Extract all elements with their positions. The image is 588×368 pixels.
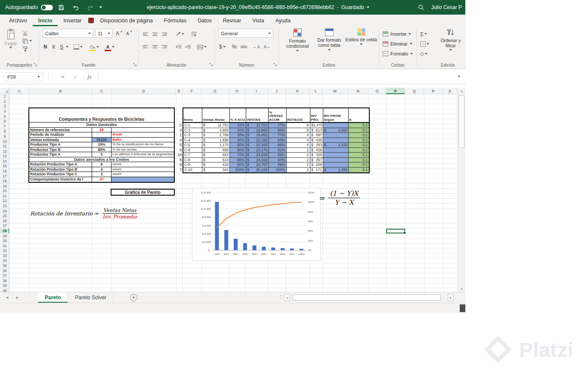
font-color-button[interactable]: A bbox=[105, 43, 115, 51]
row-header-19[interactable]: 19 bbox=[0, 184, 9, 189]
number-dialog-launcher[interactable] bbox=[273, 62, 277, 67]
increase-font-button[interactable]: A▲ bbox=[116, 29, 123, 38]
scroll-up-icon[interactable]: ▲ bbox=[458, 88, 465, 94]
row-header-20[interactable]: 20 bbox=[0, 189, 9, 194]
column-header-C[interactable]: C bbox=[92, 88, 111, 94]
row-header-1[interactable]: 1 bbox=[0, 94, 9, 99]
cell[interactable]: 10% bbox=[230, 123, 246, 128]
cell[interactable]: 8 bbox=[287, 128, 310, 133]
cell[interactable]: $425 bbox=[310, 138, 323, 143]
copy-button[interactable] bbox=[22, 37, 32, 44]
row-header-10[interactable]: 10 bbox=[0, 139, 9, 144]
cell[interactable]: 60% bbox=[230, 148, 246, 153]
row-header-12[interactable]: 12 bbox=[0, 149, 9, 154]
cell[interactable]: $514 bbox=[202, 158, 230, 163]
row-desc[interactable]: Los últimos 5 articulos de la segmentaci… bbox=[111, 152, 174, 157]
row-header-22[interactable]: 22 bbox=[0, 199, 9, 204]
alignment-dialog-launcher[interactable] bbox=[209, 62, 213, 67]
row-header-11[interactable]: 11 bbox=[0, 144, 9, 149]
ribbon-tab-insertar[interactable]: Insertar bbox=[58, 15, 87, 26]
pareto-chart[interactable]: $ -$ 2,000$ 4,000$ 6,000$ 8,000$ 10,000$… bbox=[192, 188, 321, 261]
row-header-18[interactable]: 18 bbox=[0, 179, 9, 184]
cell[interactable]: $19,451 bbox=[246, 133, 269, 138]
autosum-button[interactable]: Σ bbox=[420, 30, 427, 38]
row-value[interactable]: 8 bbox=[92, 162, 111, 167]
row-header-36[interactable]: 36 bbox=[0, 268, 9, 273]
column-header-O[interactable]: O bbox=[368, 88, 386, 94]
row-header-30[interactable]: 30 bbox=[0, 239, 9, 244]
increase-indent-button[interactable] bbox=[185, 43, 191, 51]
cell[interactable]: 40% bbox=[230, 138, 246, 143]
row-value[interactable]: 25100 bbox=[92, 138, 111, 142]
general-data-table[interactable]: Componentes y Respuestos de BicicletasDa… bbox=[28, 107, 175, 183]
row-desc[interactable] bbox=[111, 177, 174, 182]
cell[interactable]: 0.1 bbox=[349, 163, 369, 167]
user-name[interactable]: Julio Cesar P bbox=[431, 4, 462, 10]
clipboard-dialog-launcher[interactable] bbox=[33, 62, 37, 67]
horizontal-scroll-thumb[interactable] bbox=[293, 294, 441, 301]
percent-style-button[interactable]: % bbox=[232, 43, 237, 51]
row-header-13[interactable]: 13 bbox=[0, 154, 9, 159]
row-label[interactable]: Número de referencias bbox=[29, 128, 92, 132]
cell[interactable]: 66% bbox=[269, 128, 287, 133]
column-header-R[interactable]: R bbox=[424, 88, 443, 94]
cell[interactable]: $11,753 bbox=[202, 123, 230, 128]
row-value[interactable]: 4 bbox=[92, 167, 111, 172]
cell[interactable]: 8 bbox=[287, 123, 310, 128]
cell[interactable]: $23,828 bbox=[246, 153, 269, 157]
row-value[interactable]: 5 bbox=[92, 152, 111, 157]
cell[interactable]: 0.1 bbox=[349, 168, 369, 173]
row-header-21[interactable]: 21 bbox=[0, 194, 9, 199]
hscroll-right-icon[interactable]: ► bbox=[448, 294, 454, 301]
row-desc[interactable]: $/año bbox=[111, 138, 174, 142]
redo-button[interactable] bbox=[84, 0, 97, 15]
cell[interactable]: $2,083 bbox=[323, 128, 349, 133]
cell[interactable]: 4 bbox=[287, 133, 310, 138]
cell[interactable]: 2 bbox=[287, 158, 310, 163]
column-header-A[interactable]: A bbox=[9, 88, 29, 94]
row-header-34[interactable]: 34 bbox=[0, 258, 9, 264]
cell[interactable]: $613 bbox=[310, 128, 323, 133]
ribbon-tab-inicio[interactable]: Inicio bbox=[33, 15, 58, 26]
cell[interactable]: 0.1 bbox=[349, 153, 369, 157]
cell[interactable]: 100% bbox=[269, 168, 287, 173]
cell[interactable]: $11,753 bbox=[246, 123, 269, 128]
row-desc[interactable]: % De la clasificación de los Items bbox=[111, 142, 174, 147]
cell[interactable]: C-2 bbox=[183, 128, 202, 133]
cell[interactable]: $1,170 bbox=[202, 143, 230, 147]
cell[interactable]: 80% bbox=[230, 158, 246, 163]
scroll-down-icon[interactable]: ▼ bbox=[458, 286, 465, 292]
cell[interactable]: $293 bbox=[310, 143, 323, 147]
row-header-32[interactable]: 32 bbox=[0, 248, 9, 254]
pareto-table[interactable]: ItemsVentas Histor% X ACUVENTAS% VENTAS … bbox=[183, 107, 370, 173]
ribbon-tab-vista[interactable]: Vista bbox=[247, 15, 270, 26]
decrease-indent-button[interactable] bbox=[176, 43, 181, 51]
ribbon-tab-ayuda[interactable]: Ayuda bbox=[270, 15, 296, 26]
ribbon-tab-revisar[interactable]: Revisar bbox=[217, 15, 247, 26]
row-desc[interactable]: veces bbox=[111, 167, 174, 172]
cell[interactable]: $2,789 bbox=[202, 133, 230, 138]
row-header-8[interactable]: 8 bbox=[0, 129, 9, 134]
row-label[interactable]: Periodo de Análisis bbox=[29, 132, 92, 137]
selected-cell-P28[interactable] bbox=[386, 229, 405, 234]
row-header-33[interactable]: 33 bbox=[0, 254, 9, 259]
row-desc[interactable] bbox=[111, 128, 174, 132]
grid-body[interactable]: Componentes y Respuestos de BicicletasDa… bbox=[9, 94, 457, 292]
search-button[interactable] bbox=[414, 0, 429, 15]
hscroll-left-icon[interactable]: ◄ bbox=[284, 294, 290, 301]
cell[interactable]: 95% bbox=[269, 153, 287, 157]
bold-button[interactable]: N bbox=[43, 43, 47, 51]
merge-center-button[interactable] bbox=[197, 43, 207, 51]
cell[interactable]: 0.1 bbox=[349, 143, 369, 147]
column-header-I[interactable]: I bbox=[245, 88, 268, 94]
sheet-tab-pareto-solver[interactable]: Pareto Solver bbox=[68, 292, 114, 303]
row-label[interactable]: Comportamiento historico de l bbox=[29, 177, 92, 182]
cell[interactable]: C-1 bbox=[183, 123, 202, 128]
row-header-24[interactable]: 24 bbox=[0, 209, 9, 214]
column-header-Q[interactable]: Q bbox=[405, 88, 424, 94]
cell[interactable]: 4 bbox=[287, 143, 310, 147]
row-desc[interactable]: veces bbox=[111, 162, 174, 167]
format-painter-button[interactable] bbox=[22, 45, 28, 52]
decrease-decimal-button[interactable]: .0→ bbox=[263, 43, 270, 51]
font-dialog-launcher[interactable] bbox=[133, 62, 137, 67]
